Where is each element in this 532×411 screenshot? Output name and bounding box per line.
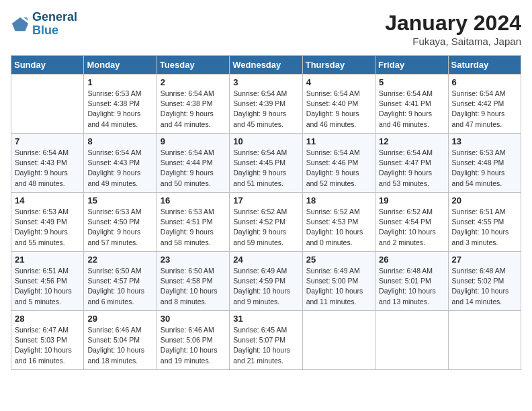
page-header: GeneralBlue January 2024 Fukaya, Saitama… [11,11,521,47]
day-number: 9 [161,136,226,146]
day-number: 22 [87,255,152,265]
calendar-day-cell: 4Sunrise: 6:54 AMSunset: 4:40 PMDaylight… [302,75,375,134]
day-info: Sunrise: 6:50 AMSunset: 4:58 PMDaylight:… [161,266,226,307]
calendar-day-cell: 7Sunrise: 6:54 AMSunset: 4:43 PMDaylight… [11,134,84,193]
calendar-week-row: 1Sunrise: 6:53 AMSunset: 4:38 PMDaylight… [11,75,521,134]
day-info: Sunrise: 6:47 AMSunset: 5:03 PMDaylight:… [15,325,80,366]
weekday-header-row: SundayMondayTuesdayWednesdayThursdayFrid… [11,56,521,75]
calendar-day-cell: 9Sunrise: 6:54 AMSunset: 4:44 PMDaylight… [157,134,229,193]
day-number: 27 [452,255,517,265]
svg-marker-0 [12,17,28,32]
day-info: Sunrise: 6:54 AMSunset: 4:46 PMDaylight:… [306,148,371,189]
day-info: Sunrise: 6:53 AMSunset: 4:38 PMDaylight:… [87,89,152,130]
day-number: 29 [87,314,152,324]
calendar-day-cell: 21Sunrise: 6:51 AMSunset: 4:56 PMDayligh… [11,252,84,311]
day-info: Sunrise: 6:49 AMSunset: 4:59 PMDaylight:… [233,266,298,307]
day-number: 15 [87,195,152,205]
day-number: 20 [452,195,517,205]
day-number: 7 [15,136,80,146]
calendar-day-cell: 16Sunrise: 6:53 AMSunset: 4:51 PMDayligh… [157,193,229,252]
day-info: Sunrise: 6:54 AMSunset: 4:43 PMDaylight:… [15,148,80,189]
day-info: Sunrise: 6:45 AMSunset: 5:07 PMDaylight:… [233,325,298,366]
calendar-body: 1Sunrise: 6:53 AMSunset: 4:38 PMDaylight… [11,75,521,370]
calendar-day-cell: 2Sunrise: 6:54 AMSunset: 4:38 PMDaylight… [157,75,229,134]
calendar-day-cell: 18Sunrise: 6:52 AMSunset: 4:53 PMDayligh… [302,193,375,252]
logo: GeneralBlue [11,11,77,38]
day-number: 12 [379,136,444,146]
day-info: Sunrise: 6:46 AMSunset: 5:04 PMDaylight:… [87,325,152,366]
calendar-day-cell [11,75,84,134]
calendar-day-cell: 6Sunrise: 6:54 AMSunset: 4:42 PMDaylight… [448,75,521,134]
calendar-day-cell: 14Sunrise: 6:53 AMSunset: 4:49 PMDayligh… [11,193,84,252]
day-info: Sunrise: 6:54 AMSunset: 4:44 PMDaylight:… [161,148,226,189]
calendar-day-cell [302,311,375,370]
day-info: Sunrise: 6:49 AMSunset: 5:00 PMDaylight:… [306,266,371,307]
calendar-day-cell [375,311,448,370]
calendar-day-cell: 3Sunrise: 6:54 AMSunset: 4:39 PMDaylight… [230,75,302,134]
weekday-header-cell: Saturday [448,56,521,75]
calendar-day-cell: 25Sunrise: 6:49 AMSunset: 5:00 PMDayligh… [302,252,375,311]
day-info: Sunrise: 6:48 AMSunset: 5:02 PMDaylight:… [452,266,517,307]
calendar-day-cell: 28Sunrise: 6:47 AMSunset: 5:03 PMDayligh… [11,311,84,370]
calendar-day-cell: 29Sunrise: 6:46 AMSunset: 5:04 PMDayligh… [84,311,157,370]
day-number: 4 [306,77,371,87]
calendar-day-cell: 27Sunrise: 6:48 AMSunset: 5:02 PMDayligh… [448,252,521,311]
weekday-header-cell: Friday [375,56,448,75]
day-number: 18 [306,195,371,205]
day-info: Sunrise: 6:54 AMSunset: 4:40 PMDaylight:… [306,89,371,130]
day-info: Sunrise: 6:50 AMSunset: 4:57 PMDaylight:… [87,266,152,307]
calendar-title: January 2024 [385,11,521,36]
day-info: Sunrise: 6:54 AMSunset: 4:39 PMDaylight:… [233,89,298,130]
day-number: 6 [452,77,517,87]
day-info: Sunrise: 6:52 AMSunset: 4:54 PMDaylight:… [379,207,444,248]
day-number: 3 [233,77,298,87]
calendar-day-cell: 12Sunrise: 6:54 AMSunset: 4:47 PMDayligh… [375,134,448,193]
title-block: January 2024 Fukaya, Saitama, Japan [385,11,521,47]
calendar-day-cell: 8Sunrise: 6:54 AMSunset: 4:43 PMDaylight… [84,134,157,193]
day-info: Sunrise: 6:52 AMSunset: 4:53 PMDaylight:… [306,207,371,248]
weekday-header-cell: Sunday [11,56,84,75]
weekday-header-cell: Wednesday [230,56,302,75]
day-number: 30 [161,314,226,324]
day-info: Sunrise: 6:53 AMSunset: 4:51 PMDaylight:… [161,207,226,248]
calendar-week-row: 14Sunrise: 6:53 AMSunset: 4:49 PMDayligh… [11,193,521,252]
weekday-header-cell: Thursday [302,56,375,75]
day-number: 8 [87,136,152,146]
day-info: Sunrise: 6:54 AMSunset: 4:45 PMDaylight:… [233,148,298,189]
day-info: Sunrise: 6:54 AMSunset: 4:47 PMDaylight:… [379,148,444,189]
day-info: Sunrise: 6:46 AMSunset: 5:06 PMDaylight:… [161,325,226,366]
day-number: 24 [233,255,298,265]
day-info: Sunrise: 6:51 AMSunset: 4:56 PMDaylight:… [15,266,80,307]
day-info: Sunrise: 6:52 AMSunset: 4:52 PMDaylight:… [233,207,298,248]
day-number: 5 [379,77,444,87]
calendar-day-cell: 24Sunrise: 6:49 AMSunset: 4:59 PMDayligh… [230,252,302,311]
calendar-subtitle: Fukaya, Saitama, Japan [385,36,521,47]
day-number: 25 [306,255,371,265]
day-number: 17 [233,195,298,205]
calendar-day-cell: 20Sunrise: 6:51 AMSunset: 4:55 PMDayligh… [448,193,521,252]
day-number: 28 [15,314,80,324]
calendar-day-cell: 31Sunrise: 6:45 AMSunset: 5:07 PMDayligh… [230,311,302,370]
day-info: Sunrise: 6:54 AMSunset: 4:42 PMDaylight:… [452,89,517,130]
day-number: 31 [233,314,298,324]
calendar-week-row: 21Sunrise: 6:51 AMSunset: 4:56 PMDayligh… [11,252,521,311]
day-info: Sunrise: 6:51 AMSunset: 4:55 PMDaylight:… [452,207,517,248]
day-info: Sunrise: 6:54 AMSunset: 4:38 PMDaylight:… [161,89,226,130]
logo-icon [11,15,30,34]
day-info: Sunrise: 6:53 AMSunset: 4:48 PMDaylight:… [452,148,517,189]
day-number: 19 [379,195,444,205]
logo-text: GeneralBlue [32,11,77,38]
calendar-week-row: 7Sunrise: 6:54 AMSunset: 4:43 PMDaylight… [11,134,521,193]
day-number: 21 [15,255,80,265]
calendar-day-cell: 23Sunrise: 6:50 AMSunset: 4:58 PMDayligh… [157,252,229,311]
calendar-day-cell: 11Sunrise: 6:54 AMSunset: 4:46 PMDayligh… [302,134,375,193]
calendar-day-cell: 10Sunrise: 6:54 AMSunset: 4:45 PMDayligh… [230,134,302,193]
day-number: 1 [87,77,152,87]
calendar-day-cell: 1Sunrise: 6:53 AMSunset: 4:38 PMDaylight… [84,75,157,134]
day-info: Sunrise: 6:48 AMSunset: 5:01 PMDaylight:… [379,266,444,307]
calendar-day-cell: 15Sunrise: 6:53 AMSunset: 4:50 PMDayligh… [84,193,157,252]
calendar-day-cell: 22Sunrise: 6:50 AMSunset: 4:57 PMDayligh… [84,252,157,311]
day-number: 13 [452,136,517,146]
calendar-day-cell: 17Sunrise: 6:52 AMSunset: 4:52 PMDayligh… [230,193,302,252]
day-info: Sunrise: 6:54 AMSunset: 4:43 PMDaylight:… [87,148,152,189]
